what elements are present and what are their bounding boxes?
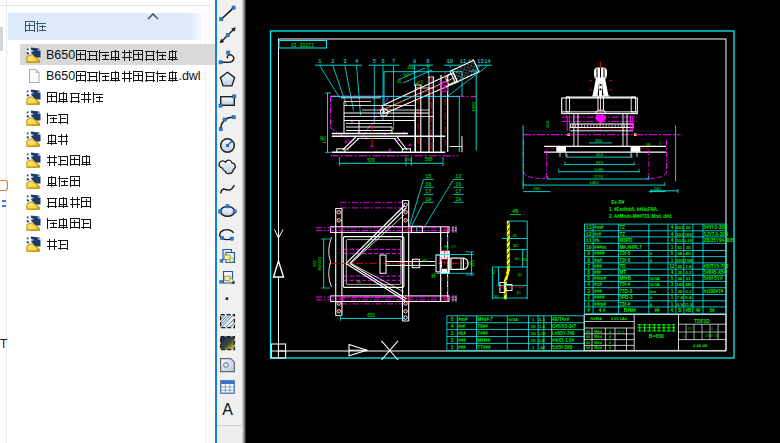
svg-text:1: 1 <box>671 245 674 250</box>
svg-text:5: 5 <box>451 317 454 322</box>
svg-text:B2: B2 <box>514 243 520 248</box>
svg-text:M#x#-7: M#x#-7 <box>478 317 494 322</box>
svg-text:61: 61 <box>677 245 682 250</box>
svg-text:1. #Exd#ddL k#HuFNA.: 1. #Exd#ddL k#HuFNA. <box>609 207 658 212</box>
svg-text:A: A <box>222 401 233 418</box>
svg-text:0I-302I1: 0I-302I1 <box>291 43 314 48</box>
svg-text:1080: 1080 <box>594 167 604 172</box>
svg-text:96: 96 <box>319 135 324 140</box>
svg-text:#: # <box>650 251 653 256</box>
svg-text:1: 1 <box>671 295 674 300</box>
svg-text:M#d: M#d <box>594 335 602 339</box>
svg-text:#f#: #f# <box>594 270 601 275</box>
svg-text:L#X5Y-7#0: L#X5Y-7#0 <box>552 331 575 336</box>
svg-text:73f-#: 73f-# <box>619 282 630 287</box>
svg-text:5: 5 <box>587 276 590 281</box>
svg-text:#a#: #a# <box>594 258 602 263</box>
svg-text:1.0: 1.0 <box>539 324 545 329</box>
svg-text:7.4: 7.4 <box>677 295 684 300</box>
svg-text:#m#: #m# <box>458 317 468 322</box>
svg-text:TZ: TZ <box>619 232 625 237</box>
svg-text:G#MA: G#MA <box>590 316 602 321</box>
svg-text:40: 40 <box>426 63 431 68</box>
svg-text:04: 04 <box>677 276 682 281</box>
svg-text:7.8: 7.8 <box>685 264 692 269</box>
svg-text:2B/35Y94-30B: 2B/35Y94-30B <box>704 238 735 243</box>
svg-text:25: 25 <box>491 269 496 274</box>
svg-text:#: # <box>659 141 662 146</box>
svg-text:M2: M2 <box>422 259 427 263</box>
svg-text:8: 8 <box>587 258 590 263</box>
svg-text:10: 10 <box>531 324 536 329</box>
svg-text:#B: #B <box>685 308 692 313</box>
svg-text:M#d: M#d <box>594 346 602 350</box>
svg-text:0.2: 0.2 <box>685 270 692 275</box>
svg-text:300: 300 <box>595 138 603 143</box>
svg-text:L10: L10 <box>685 238 693 243</box>
svg-text:G/3A: G/3A <box>650 276 661 281</box>
svg-text:ht200#7#: ht200#7# <box>704 289 724 294</box>
svg-text:###: ### <box>458 338 466 343</box>
svg-text:12: 12 <box>586 232 592 237</box>
svg-text:4 #: 4 # <box>599 308 606 313</box>
svg-text:#b: #b <box>594 238 600 243</box>
svg-text:14: 14 <box>484 59 490 65</box>
svg-text:TDF1D: TDF1D <box>694 319 710 324</box>
svg-text:78: 78 <box>366 244 371 249</box>
svg-text:4: 4 <box>671 270 674 275</box>
svg-text:15B: 15B <box>684 258 692 263</box>
svg-text:5: 5 <box>373 59 376 65</box>
svg-text:#r#: #r# <box>594 232 601 237</box>
svg-text:##: ## <box>654 308 660 313</box>
svg-text:1: 1 <box>451 345 454 350</box>
svg-text:7B: 7B <box>444 244 449 249</box>
svg-text:##: ## <box>586 341 591 345</box>
svg-text:#: # <box>609 346 612 350</box>
svg-text:45: 45 <box>513 233 518 238</box>
svg-text:45: 45 <box>431 274 436 279</box>
svg-text:145: 145 <box>676 282 684 287</box>
svg-text:5.4: 5.4 <box>685 295 692 300</box>
svg-text:M3PD: M3PD <box>619 238 633 243</box>
svg-text:B=650: B=650 <box>649 333 664 339</box>
svg-text:3: 3 <box>451 331 454 336</box>
svg-text:1000: 1000 <box>471 102 476 112</box>
svg-text:1482: 1482 <box>589 180 599 185</box>
svg-text:M#d: M#d <box>594 341 602 345</box>
svg-text:40: 40 <box>517 272 522 277</box>
svg-text:2: 2 <box>451 338 454 343</box>
svg-text:Ex-R#: Ex-R# <box>611 200 625 205</box>
svg-text:5#: 5# <box>709 308 715 313</box>
svg-text:#: # <box>609 341 612 345</box>
svg-text:5PD-3: 5PD-3 <box>619 295 633 300</box>
svg-text:1: 1 <box>671 302 674 307</box>
svg-text:##: ## <box>586 346 591 350</box>
svg-text:##: ## <box>715 334 719 338</box>
svg-text:2: 2 <box>331 59 334 65</box>
svg-text:460: 460 <box>545 120 550 128</box>
svg-text:325: 325 <box>470 259 475 267</box>
svg-text:12: 12 <box>669 264 675 269</box>
svg-text:T###: T### <box>478 331 489 336</box>
svg-text:2. A#Mnds-M##TDL Mnd. d#d.: 2. A#Mnds-M##TDL Mnd. d#d. <box>609 214 673 219</box>
svg-text:8: 8 <box>413 59 416 65</box>
svg-text:5.3: 5.3 <box>539 317 545 322</box>
svg-text:578: 578 <box>367 158 375 163</box>
svg-text:#: # <box>683 335 685 339</box>
svg-text:##m#: ##m# <box>594 276 606 281</box>
svg-text:5JY7.0-30B: 5JY7.0-30B <box>704 232 729 237</box>
svg-text:4: 4 <box>587 282 590 287</box>
svg-text:#: # <box>609 330 612 334</box>
svg-text:305: 305 <box>676 258 684 263</box>
svg-text:MT: MT <box>619 270 626 275</box>
svg-text:1: 1 <box>532 317 535 322</box>
svg-text:58: 58 <box>646 142 651 147</box>
svg-text:l l l: l l l <box>688 327 693 331</box>
svg-text:#c#: #c# <box>594 282 602 287</box>
svg-text:7: 7 <box>392 59 395 65</box>
svg-text:#m: #m <box>650 289 656 294</box>
svg-text:TT###: TT### <box>478 345 492 350</box>
svg-text:G#5/X5-3#7: G#5/X5-3#7 <box>552 324 577 329</box>
svg-text:M#f##: M#f## <box>478 338 491 343</box>
svg-text:###: ### <box>594 289 602 294</box>
